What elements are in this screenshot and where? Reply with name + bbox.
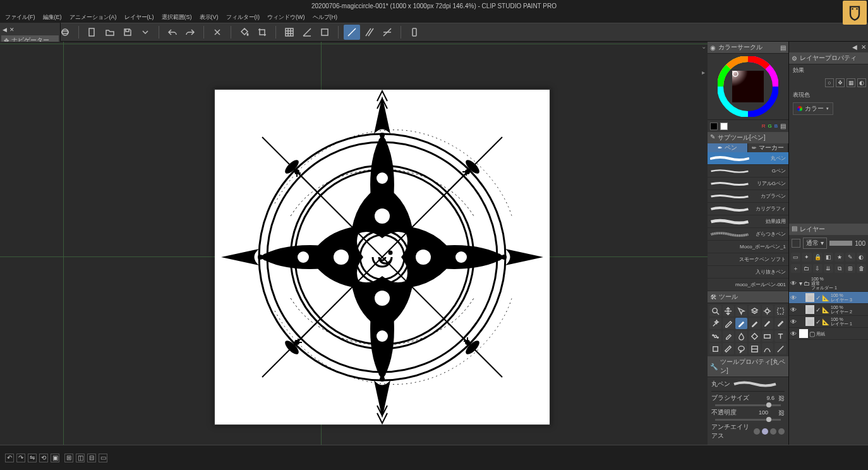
save-icon[interactable]	[119, 25, 136, 40]
menu-file[interactable]: ファイル(F)	[3, 12, 38, 23]
fx-layer-icon[interactable]: ▦	[847, 78, 855, 87]
collapse-right-icon[interactable]: ⌄	[701, 43, 706, 50]
expression-select[interactable]: カラー ▾	[793, 102, 833, 115]
color-wheel[interactable]	[718, 56, 778, 117]
fx-tone-icon[interactable]: ❖	[836, 78, 845, 87]
transfer-icon[interactable]: ⇩	[813, 264, 823, 273]
pencil-tool-icon[interactable]	[749, 318, 761, 329]
operation-tool-icon[interactable]	[735, 305, 747, 316]
smartphone-icon[interactable]	[406, 25, 423, 40]
color-panel-header[interactable]: ◉ カラーサークル ▤	[708, 42, 788, 54]
merge-icon[interactable]: ⇊	[824, 264, 833, 273]
layer-row[interactable]: 👁 ▾ 🗀 100 %通常フォルダー 1	[789, 275, 868, 292]
menu-animation[interactable]: アニメーション(A)	[67, 12, 119, 23]
open-icon[interactable]	[102, 25, 118, 40]
layerprop-header[interactable]: ⚙ レイヤープロパティ	[789, 52, 868, 64]
status-rotate-left-icon[interactable]: ↶	[5, 454, 14, 462]
brushsize-value[interactable]: 9.6	[753, 395, 775, 401]
redo-icon[interactable]	[182, 25, 198, 40]
combine-icon[interactable]: ⧉	[835, 264, 844, 273]
lock-pos-icon[interactable]: ✦	[802, 253, 811, 262]
pen-tool-icon[interactable]	[735, 318, 747, 329]
line-tool-icon[interactable]	[775, 343, 787, 354]
undo-icon[interactable]	[164, 25, 181, 40]
wand-tool-icon[interactable]	[709, 318, 721, 329]
dock-close-icon[interactable]: ✕	[9, 27, 15, 33]
status-flip-icon[interactable]: ⇋	[28, 454, 37, 462]
brush-item[interactable]: スモークペン ソフト	[708, 253, 788, 266]
dock-collapse-icon[interactable]: ◀	[3, 27, 7, 33]
brushsize-slider[interactable]	[715, 404, 781, 406]
brush-item[interactable]: 入り抜きペン	[708, 266, 788, 279]
lock-icon[interactable]: 🔒	[813, 253, 823, 262]
toolprop-panel-header[interactable]: 🔧 ツールプロパティ[丸ペン]	[708, 356, 788, 377]
eye-icon[interactable]: 👁	[790, 318, 798, 325]
new-folder-icon[interactable]: 🗀	[802, 264, 811, 273]
fx-extract-icon[interactable]: ◐	[857, 78, 866, 87]
mask-icon[interactable]: ◐	[857, 253, 866, 262]
layer-move-icon[interactable]	[749, 305, 761, 316]
status-snap1-icon[interactable]: ⊞	[64, 454, 73, 462]
menu-help[interactable]: ヘルプ(H)	[310, 12, 341, 23]
menu-filter[interactable]: フィルター(I)	[224, 12, 263, 23]
layer-row[interactable]: 👁 ▢ 用紙	[789, 328, 868, 340]
brush-item[interactable]: Moco_ボールペン_1	[708, 241, 788, 253]
status-snap3-icon[interactable]: ⊟	[87, 454, 96, 462]
airbrush-icon[interactable]	[775, 318, 787, 329]
delete-icon[interactable]	[209, 25, 226, 40]
eraser-tool-icon[interactable]	[723, 330, 735, 342]
fill-icon[interactable]	[236, 25, 253, 40]
snap-special-icon[interactable]	[361, 25, 378, 40]
status-fit-icon[interactable]: ▣	[51, 454, 59, 462]
new-layer-icon[interactable]: ＋	[791, 264, 800, 273]
fx-border-icon[interactable]: ○	[825, 78, 834, 87]
save-dropdown-icon[interactable]	[137, 25, 154, 40]
frame-tool-icon[interactable]	[749, 343, 761, 354]
layer-thumb-toggle-icon[interactable]	[792, 239, 800, 248]
panel-menu-icon[interactable]: ▤	[780, 44, 786, 51]
draft-icon[interactable]: ✎	[845, 253, 855, 262]
menu-window[interactable]: ウィンドウ(W)	[265, 12, 308, 23]
color-menu-icon[interactable]: ▤	[780, 123, 786, 130]
folder-toggle-icon[interactable]: ▾	[799, 280, 802, 287]
canvas-area[interactable]: ⌄	[0, 42, 708, 470]
status-rotate-right-icon[interactable]: ↷	[16, 454, 25, 462]
snap-grid-icon[interactable]	[281, 25, 298, 40]
dup-icon[interactable]: ⊞	[845, 264, 855, 273]
dock-collapse2-icon[interactable]: ◀	[852, 44, 857, 51]
brush-item[interactable]: カリグラフィ	[708, 203, 788, 215]
lock-alpha-icon[interactable]: ▭	[791, 253, 800, 262]
eye-icon[interactable]: 👁	[790, 294, 798, 301]
menu-edit[interactable]: 編集(E)	[40, 12, 64, 23]
balloon-tool-icon[interactable]	[735, 343, 747, 354]
correct-tool-icon[interactable]	[762, 343, 774, 354]
snap-perspective-icon[interactable]	[379, 25, 395, 40]
tab-marker[interactable]: ✏ マーカー	[748, 143, 788, 152]
menu-select[interactable]: 選択範囲(S)	[159, 12, 195, 23]
del-layer-icon[interactable]: 🗑	[857, 264, 866, 273]
layer-panel-header[interactable]: ▤ レイヤー	[789, 224, 868, 235]
deco-tool-icon[interactable]	[709, 330, 721, 342]
select-tool-icon[interactable]	[775, 305, 787, 316]
clip-icon[interactable]: ◧	[824, 253, 833, 262]
eyedropper-icon[interactable]	[723, 318, 735, 329]
opacity-slider[interactable]	[715, 419, 781, 421]
tool-panel-header[interactable]: 🛠 ツール	[708, 291, 788, 303]
blend-select[interactable]: 通常 ▾	[803, 238, 827, 249]
menu-layer[interactable]: レイヤー(L)	[122, 12, 157, 23]
eye-icon[interactable]: 👁	[790, 330, 798, 337]
dock-toggle-icon[interactable]: ▸	[699, 67, 708, 77]
ref-icon[interactable]: ★	[835, 253, 844, 262]
layer-opacity-slider[interactable]	[829, 241, 853, 246]
link-icon[interactable]: ⛓	[778, 395, 785, 402]
brush-item[interactable]: カブラペン	[708, 190, 788, 203]
eye-icon[interactable]: 👁	[790, 306, 798, 313]
status-reset-icon[interactable]: ⟲	[39, 454, 48, 462]
new-icon[interactable]	[84, 25, 100, 40]
layer-row[interactable]: 👁 ▦ ✓ 📐 100 %レイヤー 3	[789, 292, 868, 304]
dock-close2-icon[interactable]: ✕	[861, 44, 866, 51]
gradient-tool-icon[interactable]	[762, 330, 774, 342]
snap-ruler-icon[interactable]	[344, 25, 360, 40]
brush-item[interactable]: リアルGペン	[708, 178, 788, 190]
light-table-icon[interactable]	[762, 305, 774, 316]
